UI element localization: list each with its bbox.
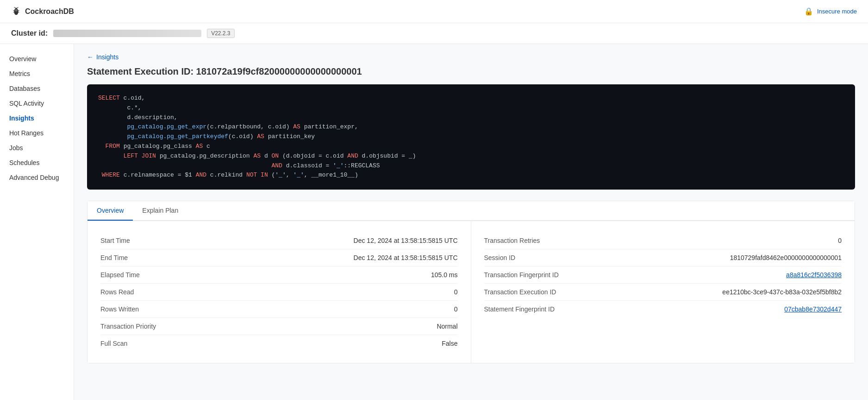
app-title: CockroachDB [25, 7, 74, 16]
version-badge: V22.2.3 [207, 29, 234, 38]
detail-row-session-id: Session ID 1810729fafd8462e0000000000000… [484, 249, 842, 267]
value-end-time: Dec 12, 2024 at 13:58:15:5815 UTC [354, 254, 458, 261]
value-session-id: 1810729fafd8462e0000000000000001 [730, 254, 842, 261]
detail-row-elapsed-time: Elapsed Time 105.0 ms [100, 267, 458, 284]
details-grid: Start Time Dec 12, 2024 at 13:58:15:5815… [87, 221, 855, 363]
label-rows-written: Rows Written [100, 305, 139, 313]
svg-line-2 [14, 7, 16, 8]
code-line-6: FROM pg_catalog.pg_class AS c [98, 142, 844, 152]
sidebar-item-sql-activity[interactable]: SQL Activity [0, 96, 74, 111]
code-line-8: AND d.classoid = '_'::REGCLASS [98, 161, 844, 171]
detail-row-transaction-priority: Transaction Priority Normal [100, 318, 458, 335]
value-transaction-retries: 0 [838, 237, 842, 244]
svg-line-3 [16, 7, 19, 8]
detail-row-transaction-execution-id: Transaction Execution ID ee1210bc-3ce9-4… [484, 284, 842, 301]
value-transaction-fingerprint-id[interactable]: a8a816c2f5036398 [786, 271, 842, 279]
detail-row-full-scan: Full Scan False [100, 335, 458, 352]
label-session-id: Session ID [484, 254, 516, 261]
sidebar-item-advanced-debug[interactable]: Advanced Debug [0, 170, 74, 185]
tab-overview[interactable]: Overview [87, 201, 133, 221]
details-section: Start Time Dec 12, 2024 at 13:58:15:5815… [87, 221, 855, 363]
sidebar-item-insights[interactable]: Insights [0, 111, 74, 126]
value-statement-fingerprint-id[interactable]: 07cbab8e7302d447 [784, 305, 842, 313]
left-detail-panel: Start Time Dec 12, 2024 at 13:58:15:5815… [87, 221, 471, 363]
detail-row-statement-fingerprint-id: Statement Fingerprint ID 07cbab8e7302d44… [484, 301, 842, 317]
page-title: Statement Execution ID: 181072a19f9cf820… [87, 66, 855, 77]
detail-row-end-time: End Time Dec 12, 2024 at 13:58:15:5815 U… [100, 249, 458, 267]
label-rows-read: Rows Read [100, 288, 134, 296]
cluster-label: Cluster id: [11, 29, 48, 38]
code-line-3: d.description, [98, 113, 844, 123]
value-rows-written: 0 [454, 305, 458, 313]
code-line-9: WHERE c.relnamespace = $1 AND c.relkind … [98, 171, 844, 180]
detail-row-transaction-retries: Transaction Retries 0 [484, 232, 842, 249]
detail-row-rows-read: Rows Read 0 [100, 284, 458, 301]
right-detail-panel: Transaction Retries 0 Session ID 1810729… [471, 221, 855, 363]
sidebar-item-databases[interactable]: Databases [0, 81, 74, 96]
breadcrumb[interactable]: ← Insights [87, 53, 855, 61]
back-arrow-icon: ← [87, 53, 94, 61]
code-line-5: pg_catalog.pg_get_partkeydef(c.oid) AS p… [98, 132, 844, 142]
sql-code-block: SELECT c.oid, c.*, d.description, pg_cat… [87, 84, 855, 190]
code-line-1: SELECT c.oid, [98, 94, 844, 103]
label-elapsed-time: Elapsed Time [100, 271, 140, 279]
cluster-id-bar [53, 30, 201, 37]
content-panel: Overview Explain Plan Start Time Dec 12,… [87, 201, 855, 363]
label-transaction-execution-id: Transaction Execution ID [484, 288, 556, 296]
code-line-2: c.*, [98, 103, 844, 113]
label-transaction-priority: Transaction Priority [100, 323, 156, 330]
insecure-mode-indicator[interactable]: 🔒 Insecure mode [804, 7, 857, 16]
sidebar-item-schedules[interactable]: Schedules [0, 155, 74, 170]
top-nav: CockroachDB 🔒 Insecure mode [0, 0, 868, 23]
sidebar-item-overview[interactable]: Overview [0, 51, 74, 66]
breadcrumb-label: Insights [96, 53, 119, 61]
detail-row-start-time: Start Time Dec 12, 2024 at 13:58:15:5815… [100, 232, 458, 249]
sidebar-item-jobs[interactable]: Jobs [0, 140, 74, 155]
label-full-scan: Full Scan [100, 340, 127, 347]
sidebar-item-hot-ranges[interactable]: Hot Ranges [0, 126, 74, 140]
label-transaction-retries: Transaction Retries [484, 237, 540, 244]
code-line-7: LEFT JOIN pg_catalog.pg_description AS d… [98, 152, 844, 161]
label-start-time: Start Time [100, 237, 130, 244]
label-transaction-fingerprint-id: Transaction Fingerprint ID [484, 271, 559, 279]
sidebar: Overview Metrics Databases SQL Activity … [0, 44, 74, 400]
detail-row-rows-written: Rows Written 0 [100, 301, 458, 318]
detail-row-transaction-fingerprint-id: Transaction Fingerprint ID a8a816c2f5036… [484, 267, 842, 284]
value-transaction-priority: Normal [437, 323, 457, 330]
value-start-time: Dec 12, 2024 at 13:58:15:5815 UTC [354, 237, 458, 244]
cluster-bar: Cluster id: V22.2.3 [0, 23, 868, 44]
lock-icon: 🔒 [804, 7, 813, 16]
value-transaction-execution-id: ee1210bc-3ce9-437c-b83a-032e5f5bf8b2 [722, 288, 842, 296]
value-elapsed-time: 105.0 ms [431, 271, 458, 279]
tab-bar: Overview Explain Plan [87, 201, 855, 221]
main-content: ← Insights Statement Execution ID: 18107… [74, 44, 868, 400]
code-line-4: pg_catalog.pg_get_expr(c.relpartbound, c… [98, 122, 844, 132]
cockroach-icon [11, 6, 21, 17]
value-rows-read: 0 [454, 288, 458, 296]
label-statement-fingerprint-id: Statement Fingerprint ID [484, 305, 555, 313]
tab-explain-plan[interactable]: Explain Plan [133, 201, 187, 221]
insecure-label: Insecure mode [817, 8, 857, 15]
app-logo: CockroachDB [11, 6, 74, 17]
sidebar-item-metrics[interactable]: Metrics [0, 66, 74, 81]
value-full-scan: False [442, 340, 457, 347]
main-layout: Overview Metrics Databases SQL Activity … [0, 44, 868, 400]
label-end-time: End Time [100, 254, 128, 261]
